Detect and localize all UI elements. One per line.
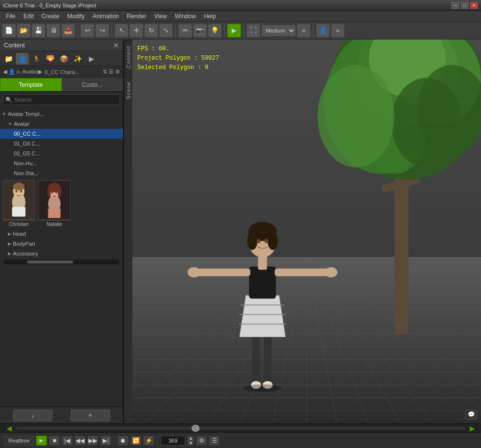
frame-input[interactable]	[160, 436, 185, 446]
settings-btn[interactable]: ⚙	[196, 436, 207, 446]
tree-item-bodypart[interactable]: ▶ BodyPart	[0, 239, 123, 249]
custom-tab[interactable]: Custo...	[62, 78, 123, 91]
template-tab[interactable]: Template	[0, 78, 62, 91]
breadcrumb-avatar[interactable]: Avatar▶	[22, 69, 42, 75]
quality-dropdown[interactable]: Low Medium High Ultra	[261, 25, 296, 37]
effect-tab[interactable]: ✨	[71, 53, 84, 65]
goto-start-btn[interactable]: |◀	[62, 436, 73, 446]
prev-frame-btn[interactable]: ◀◀	[75, 436, 85, 446]
play-btn[interactable]: ▶	[227, 24, 241, 37]
save-btn[interactable]: 💾	[32, 24, 45, 37]
tree-label: 01_G6 C...	[14, 141, 40, 147]
tree-item-head[interactable]: ▶ Head	[0, 229, 123, 239]
avatar-btn[interactable]: 👤	[316, 24, 330, 37]
timeline-thumb[interactable]	[192, 425, 200, 432]
record-btn[interactable]: ⏺	[118, 436, 128, 446]
frame-up-btn[interactable]: ▲▼	[187, 436, 194, 446]
tree-item-00cc[interactable]: 00_CC C...	[0, 129, 123, 139]
minimize-btn[interactable]: —	[451, 2, 459, 9]
tree-item-02g5[interactable]: 02_G5 C...	[0, 149, 123, 158]
sort-btn[interactable]: ⇅	[103, 69, 107, 75]
toolbar-sep-5	[243, 25, 244, 37]
export-btn[interactable]: 📤	[61, 24, 75, 37]
horiz-scrollbar[interactable]	[4, 260, 119, 264]
christian-item[interactable]: Christian	[2, 180, 36, 227]
motion-tab[interactable]: 🏃	[30, 53, 42, 65]
extra-btn[interactable]: »	[331, 24, 345, 37]
loop-btn[interactable]: 🔁	[130, 436, 141, 446]
paint-btn[interactable]: ✏	[178, 24, 192, 37]
new-btn[interactable]: 📄	[2, 24, 16, 37]
view-btn[interactable]: ☰	[109, 69, 114, 75]
scene-tab-icon[interactable]: 🌄	[43, 53, 56, 65]
menu-render[interactable]: Render	[123, 12, 150, 21]
open-btn[interactable]: 📂	[17, 24, 31, 37]
light-btn[interactable]: 💡	[208, 24, 222, 37]
play-pause-btn[interactable]: ▶	[36, 436, 47, 446]
svg-point-6	[20, 190, 22, 192]
svg-point-67	[324, 267, 337, 278]
download-btn[interactable]: ↓	[13, 410, 52, 421]
tree-item-avatar-template[interactable]: ▼ Avatar Templ...	[0, 109, 123, 119]
redo-btn[interactable]: ↪	[95, 24, 109, 37]
svg-rect-65	[275, 268, 329, 276]
natalie-item[interactable]: Natalie	[38, 180, 71, 227]
close-btn[interactable]: ✕	[470, 2, 478, 9]
christian-label: Christian	[9, 222, 28, 227]
menu-create[interactable]: Create	[38, 12, 63, 21]
prop-tab[interactable]: 📦	[57, 53, 70, 65]
tree-label: Accessory	[13, 251, 38, 257]
tree-item-nonsta[interactable]: Non-Sta...	[0, 168, 123, 178]
menu-view[interactable]: View	[150, 12, 171, 21]
stop-btn[interactable]: ■	[49, 436, 60, 446]
tree-item-accessory[interactable]: ▶ Accessory	[0, 249, 123, 259]
render-view-btn[interactable]: 🖥	[46, 24, 60, 37]
camera-btn[interactable]: 📷	[193, 24, 207, 37]
avatar-tab[interactable]: 👤	[16, 53, 29, 65]
folder-tab[interactable]: 📁	[2, 53, 15, 65]
menu-window[interactable]: Window	[171, 12, 200, 21]
svg-point-12	[58, 187, 62, 197]
back-btn[interactable]: ◀	[3, 69, 7, 75]
menu-edit[interactable]: Edit	[19, 12, 38, 21]
content-vtab[interactable]: Content	[124, 40, 133, 74]
tree-item-01g6[interactable]: 01_G6 C...	[0, 139, 123, 149]
viewport[interactable]: FPS : 60. Project Polygon : 50027 Select…	[132, 39, 481, 423]
move-btn[interactable]: ✛	[129, 24, 143, 37]
timeline-scroll-area[interactable]: ◀ ▶	[0, 423, 481, 432]
svg-point-73	[257, 239, 261, 243]
pb-extra-btn[interactable]: ⚡	[143, 436, 154, 446]
toolbar-sep-3	[175, 25, 176, 37]
more-btn[interactable]: »	[297, 24, 311, 37]
main-toolbar: 📄 📂 💾 🖥 📤 ↩ ↪ ↖ ✛ ↻ ⤡ ✏ 📷 💡 ▶ ⛶ Low Medi…	[0, 22, 481, 39]
undo-btn[interactable]: ↩	[80, 24, 94, 37]
content-close-btn[interactable]: ✕	[113, 41, 119, 49]
timeline-left-arrow[interactable]: ◀	[6, 425, 12, 431]
fullscreen-btn[interactable]: ⛶	[246, 24, 260, 37]
toolbar-sep-6	[313, 25, 314, 37]
scale-btn[interactable]: ⤡	[159, 24, 173, 37]
svg-point-15	[55, 191, 57, 193]
tree-item-nonhu[interactable]: Non-Hu...	[0, 158, 123, 168]
goto-end-btn[interactable]: ▶|	[100, 436, 111, 446]
tree-item-avatar[interactable]: ▼ Avatar	[0, 119, 123, 129]
select-btn[interactable]: ↖	[115, 24, 128, 37]
menu-modify[interactable]: Modify	[63, 12, 88, 21]
scene-vtab[interactable]: Scene	[124, 76, 133, 105]
settings-btn[interactable]: ⚙	[115, 69, 120, 75]
rotate-btn[interactable]: ↻	[144, 24, 158, 37]
tree-label: 00_CC C...	[14, 131, 40, 137]
svg-point-11	[47, 187, 51, 197]
menu-file[interactable]: File	[2, 12, 19, 21]
maximize-btn[interactable]: □	[461, 2, 469, 9]
next-frame-btn[interactable]: ▶▶	[87, 436, 98, 446]
extra-tab[interactable]: ▶	[85, 53, 98, 65]
info-btn[interactable]: ☰	[209, 436, 220, 446]
menu-animation[interactable]: Animation	[88, 12, 122, 21]
timeline-right-arrow[interactable]: ▶	[469, 425, 475, 431]
search-input[interactable]	[3, 94, 120, 105]
vtab-container: Content Scene	[123, 39, 132, 423]
chat-icon[interactable]: 💬	[465, 410, 477, 419]
menu-help[interactable]: Help	[200, 12, 220, 21]
add-btn[interactable]: +	[71, 410, 110, 421]
